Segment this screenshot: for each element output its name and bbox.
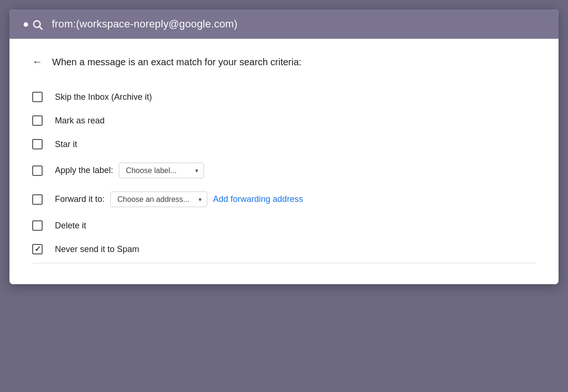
search-query: from:(workspace-noreply@google.com) [52, 18, 237, 30]
label-forward-it: Forward it to: Choose an address... Add … [55, 192, 303, 207]
checkbox-delete-it[interactable] [32, 220, 43, 231]
option-skip-inbox: Skip the Inbox (Archive it) [32, 85, 536, 109]
label-skip-inbox: Skip the Inbox (Archive it) [55, 92, 152, 102]
label-dropdown[interactable]: Choose label... [119, 163, 204, 178]
search-icon: ● [23, 18, 43, 30]
search-bar: ● from:(workspace-noreply@google.com) [9, 9, 559, 39]
option-delete-it: Delete it [32, 214, 536, 237]
option-forward-it: Forward it to: Choose an address... Add … [32, 185, 536, 214]
option-mark-as-read: Mark as read [32, 109, 536, 132]
criteria-header: ← When a message is an exact match for y… [32, 56, 536, 68]
criteria-text: When a message is an exact match for you… [52, 57, 302, 68]
checkbox-never-spam[interactable] [32, 244, 43, 254]
bottom-divider [32, 263, 536, 263]
checkbox-apply-label[interactable] [32, 166, 43, 176]
label-dropdown-wrapper: Choose label... [119, 163, 204, 178]
option-star-it: Star it [32, 132, 536, 156]
back-button[interactable]: ← [32, 56, 43, 68]
label-never-spam: Never send it to Spam [55, 244, 139, 254]
option-never-spam: Never send it to Spam [32, 237, 536, 261]
filter-options: Skip the Inbox (Archive it) Mark as read… [32, 85, 536, 265]
filter-content: ← When a message is an exact match for y… [9, 39, 559, 284]
add-forwarding-link[interactable]: Add forwarding address [213, 194, 303, 204]
address-dropdown-wrapper: Choose an address... [110, 192, 207, 207]
label-apply-label: Apply the label: Choose label... [55, 163, 204, 178]
svg-line-1 [40, 27, 43, 30]
checkbox-star-it[interactable] [32, 139, 43, 149]
checkbox-forward-it[interactable] [32, 194, 43, 205]
label-delete-it: Delete it [55, 221, 86, 231]
label-star-it: Star it [55, 139, 77, 149]
checkbox-mark-as-read[interactable] [32, 115, 43, 126]
label-mark-as-read: Mark as read [55, 116, 105, 126]
option-apply-label: Apply the label: Choose label... [32, 156, 536, 185]
checkbox-skip-inbox[interactable] [32, 92, 43, 102]
address-dropdown[interactable]: Choose an address... [110, 192, 207, 207]
filter-dialog: ● from:(workspace-noreply@google.com) ← … [9, 9, 559, 284]
